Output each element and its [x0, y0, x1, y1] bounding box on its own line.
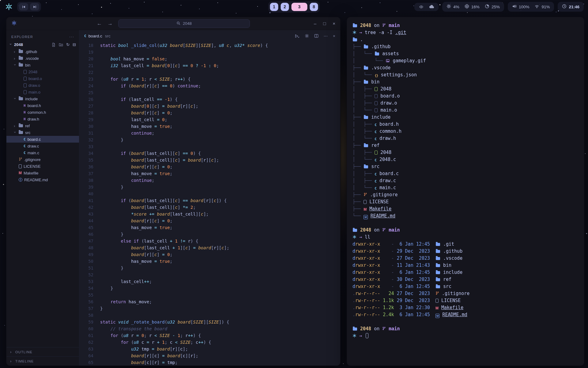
code-line-29[interactable]: 29 last_cell = 0;: [79, 116, 340, 123]
explorer-item-Makefile[interactable]: MMakefile: [6, 170, 79, 176]
outline-section-header[interactable]: › OUTLINE: [6, 347, 79, 356]
explorer-item-draw.c[interactable]: Cdraw.c: [6, 143, 79, 149]
code-line-22[interactable]: 22: [79, 69, 340, 76]
wifi-stat[interactable]: 91%: [534, 4, 550, 10]
collapse-all-button[interactable]: ⊟: [73, 42, 76, 47]
code-line-60[interactable]: 60 // transpose the board: [79, 325, 340, 332]
code-line-21[interactable]: 21 i32 last_cell = board[0][c] == 0 ? -1…: [79, 62, 340, 69]
settings-gear-icon[interactable]: [305, 34, 309, 38]
command-center-search[interactable]: 2048: [118, 19, 250, 28]
new-file-button[interactable]: [51, 43, 56, 47]
code-line-28[interactable]: 28 board[r][c] = 0;: [79, 109, 340, 116]
explorer-item-src[interactable]: ›src: [6, 129, 79, 136]
run-file-button[interactable]: [295, 34, 300, 38]
code-line-40[interactable]: 40: [79, 190, 340, 197]
code-line-65[interactable]: 65 board[c][r] = tmp;: [79, 359, 340, 366]
code-line-64[interactable]: 64 board[r][c] = board[c][r];: [79, 352, 340, 359]
code-line-63[interactable]: 63 u32 tmp = board[r][c];: [79, 346, 340, 352]
code-editor-area[interactable]: 18static bool _slide_col(u32 board[SIZE]…: [79, 42, 340, 366]
code-line-54[interactable]: 54 }: [79, 285, 340, 292]
media-next-button[interactable]: [30, 3, 39, 10]
code-line-19[interactable]: 19: [79, 49, 340, 56]
active-tab-filename[interactable]: board.c: [89, 34, 102, 38]
code-line-33[interactable]: 33: [79, 143, 340, 150]
code-line-37[interactable]: 37 has_move = true;: [79, 170, 340, 177]
terminal-window[interactable]: 2048 on main → tree -a -I .git .├── .git…: [347, 17, 584, 366]
explorer-item-main.c[interactable]: Cmain.c: [6, 149, 79, 156]
code-line-25[interactable]: 25: [79, 89, 340, 96]
close-button[interactable]: ×: [333, 21, 335, 26]
new-folder-button[interactable]: [59, 43, 63, 47]
code-line-18[interactable]: 18static bool _slide_col(u32 board[SIZE]…: [79, 42, 340, 49]
code-line-50[interactable]: 50 has_move = true;: [79, 258, 340, 265]
media-previous-button[interactable]: [19, 3, 28, 10]
code-line-23[interactable]: 23 for (u8 r = 1; r < SIZE; r++) {: [79, 76, 340, 82]
code-line-24[interactable]: 24 if (board[r][c] == 0) continue;: [79, 82, 340, 89]
workspace-8[interactable]: 8: [310, 3, 318, 11]
code-editor-window[interactable]: ← → 2048 – □ × EXPLORER ··· › 2048: [6, 17, 341, 366]
navigate-back-button[interactable]: ←: [97, 21, 102, 27]
code-line-62[interactable]: 62 for (u8 c = r + 1; c < SIZE; c++) {: [79, 339, 340, 346]
navigate-forward-button[interactable]: →: [107, 21, 113, 27]
code-line-49[interactable]: 49 board[r][c] = 0;: [79, 251, 340, 258]
code-line-39[interactable]: 39 }: [79, 184, 340, 190]
explorer-item-include[interactable]: ›include: [6, 95, 79, 102]
code-line-38[interactable]: 38 continue;: [79, 177, 340, 184]
code-line-27[interactable]: 27 board[0][c] = board[r][c];: [79, 103, 340, 109]
split-editor-button[interactable]: [314, 34, 318, 38]
workspace-3-active[interactable]: 3: [292, 3, 307, 11]
code-line-55[interactable]: 55: [79, 292, 340, 298]
explorer-item-board.h[interactable]: Hboard.h: [6, 102, 79, 109]
explorer-item-main.o[interactable]: main.o: [6, 89, 79, 95]
code-line-59[interactable]: 59static void _rotate_board(u32 board[SI…: [79, 319, 340, 325]
code-line-52[interactable]: 52: [79, 271, 340, 278]
explorer-item-draw.h[interactable]: Hdraw.h: [6, 116, 79, 122]
code-line-42[interactable]: 42 board[last_cell][c] *= 2;: [79, 204, 340, 211]
explorer-item-LICENSE[interactable]: LICENSE: [6, 163, 79, 170]
code-line-61[interactable]: 61 for (u8 r = 0; r < SIZE - 1; r++) {: [79, 332, 340, 339]
code-line-44[interactable]: 44 board[r][c] = 0;: [79, 217, 340, 224]
more-actions-button[interactable]: ⋯: [324, 33, 328, 38]
explorer-item-.github[interactable]: ›.github: [6, 48, 79, 55]
workspace-1[interactable]: 1: [270, 3, 278, 11]
code-line-43[interactable]: 43 *score += board[last_cell][c];: [79, 211, 340, 217]
close-tab-button[interactable]: ×: [333, 34, 335, 38]
explorer-item-board.c[interactable]: Cboard.c: [6, 136, 79, 143]
code-line-34[interactable]: 34 if (board[last_cell][c] == 0) {: [79, 150, 340, 157]
code-line-48[interactable]: 48 board[last_cell + 1][c] = board[r][c]…: [79, 244, 340, 251]
minimize-button[interactable]: –: [314, 21, 316, 26]
code-line-45[interactable]: 45 has_move = true;: [79, 224, 340, 231]
volume-stat[interactable]: 100%: [512, 4, 530, 10]
code-line-47[interactable]: 47 else if (last_cell + 1 != r) {: [79, 238, 340, 244]
explorer-item-bin[interactable]: ›bin: [6, 62, 79, 68]
weather-widget[interactable]: [414, 3, 439, 11]
code-line-51[interactable]: 51 }: [79, 265, 340, 271]
explorer-item-.gitignore[interactable]: .gitignore: [6, 156, 79, 163]
maximize-button[interactable]: □: [323, 21, 326, 26]
explorer-item-board.o[interactable]: board.o: [6, 75, 79, 82]
explorer-root-folder[interactable]: › 2048 ↻ ⊟: [6, 41, 79, 48]
code-line-56[interactable]: 56 return has_move;: [79, 298, 340, 305]
breadcrumb[interactable]: src: [105, 34, 111, 38]
code-line-30[interactable]: 30 has_move = true;: [79, 123, 340, 130]
code-line-35[interactable]: 35 board[last_cell][c] = board[r][c];: [79, 157, 340, 163]
launcher-logo-icon[interactable]: [4, 2, 13, 11]
explorer-item-README.md[interactable]: iREADME.md: [6, 176, 79, 183]
explorer-item-draw.o[interactable]: draw.o: [6, 82, 79, 89]
code-line-57[interactable]: 57}: [79, 305, 340, 312]
workspace-2[interactable]: 2: [281, 3, 289, 11]
code-line-31[interactable]: 31 continue;: [79, 130, 340, 136]
timeline-section-header[interactable]: › TIMELINE: [6, 356, 79, 366]
explorer-more-actions[interactable]: ···: [69, 34, 74, 39]
code-line-20[interactable]: 20 bool has_move = false;: [79, 56, 340, 62]
code-line-32[interactable]: 32 }: [79, 136, 340, 143]
explorer-item-common.h[interactable]: Hcommon.h: [6, 109, 79, 116]
code-line-36[interactable]: 36 board[r][c] = 0;: [79, 163, 340, 170]
editor-titlebar[interactable]: ← → 2048 – □ ×: [6, 17, 340, 30]
clock-widget[interactable]: 21:46: [558, 2, 584, 12]
code-line-53[interactable]: 53 last_cell++;: [79, 278, 340, 285]
explorer-item-ref[interactable]: ›ref: [6, 122, 79, 129]
code-line-46[interactable]: 46 }: [79, 231, 340, 238]
code-line-58[interactable]: 58: [79, 312, 340, 319]
explorer-item-.vscode[interactable]: ›.vscode: [6, 55, 79, 62]
